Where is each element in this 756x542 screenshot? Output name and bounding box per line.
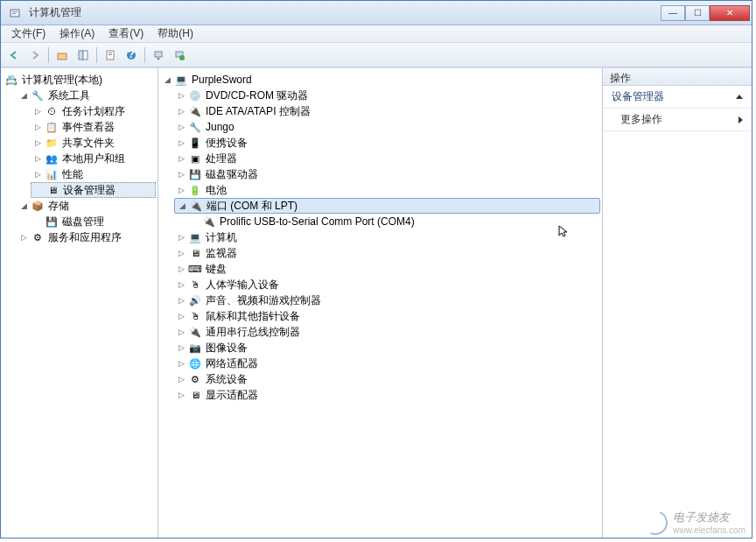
diskdrive-icon: 💾 xyxy=(188,167,202,181)
titlebar[interactable]: 计算机管理 — ☐ ✕ xyxy=(1,1,752,25)
expand-icon[interactable]: ▷ xyxy=(176,232,186,243)
scan-button[interactable] xyxy=(149,46,168,65)
console-tree[interactable]: 📇 计算机管理(本地) ◢ 🔧 系统工具 ▷ ⏲ 任务计划程序 ▷ xyxy=(1,68,158,538)
expand-icon[interactable]: ▷ xyxy=(176,295,186,306)
expand-icon[interactable]: ▷ xyxy=(176,169,186,179)
jungo-icon: 🔧 xyxy=(188,120,202,134)
device-root[interactable]: ◢ 💻 PurpleSword xyxy=(160,72,600,88)
show-hide-button[interactable] xyxy=(74,46,93,65)
tree-device-manager[interactable]: 🖥 设备管理器 xyxy=(31,182,156,198)
expand-icon[interactable]: ▷ xyxy=(32,122,43,132)
help-button[interactable]: ? xyxy=(122,46,141,65)
tree-root[interactable]: 📇 计算机管理(本地) xyxy=(3,72,156,88)
expand-icon[interactable]: ▷ xyxy=(176,374,186,384)
collapse-icon[interactable]: ◢ xyxy=(18,90,29,101)
forward-button[interactable] xyxy=(25,46,45,65)
expand-icon[interactable]: ▷ xyxy=(176,106,186,116)
svg-rect-2 xyxy=(12,13,16,14)
device-cpu[interactable]: ▷▣处理器 xyxy=(174,151,600,166)
svg-rect-7 xyxy=(108,53,112,53)
tree-system-tools[interactable]: ◢ 🔧 系统工具 xyxy=(17,88,156,103)
device-hid[interactable]: ▷🖱人体学输入设备 xyxy=(174,277,600,292)
expand-icon[interactable]: ▷ xyxy=(176,90,186,101)
expand-icon[interactable]: ▷ xyxy=(176,327,186,337)
device-network[interactable]: ▷🌐网络适配器 xyxy=(174,355,600,371)
device-ide[interactable]: ▷🔌IDE ATA/ATAPI 控制器 xyxy=(174,103,600,119)
properties-button[interactable] xyxy=(101,46,120,65)
menu-view[interactable]: 查看(V) xyxy=(102,25,150,43)
tree-storage[interactable]: ◢ 📦 存储 xyxy=(17,198,156,214)
svg-rect-8 xyxy=(108,54,112,55)
expand-icon[interactable]: ▷ xyxy=(32,169,43,179)
expand-icon[interactable]: ▷ xyxy=(176,311,186,321)
expand-icon[interactable]: ▷ xyxy=(176,358,186,369)
menu-file[interactable]: 文件(F) xyxy=(4,25,52,43)
computer-icon: 💻 xyxy=(174,73,188,87)
separator xyxy=(144,47,145,63)
device-display[interactable]: ▷🖥显示适配器 xyxy=(174,387,600,403)
cursor-icon xyxy=(557,224,571,238)
expand-icon[interactable]: ▷ xyxy=(32,106,43,116)
device-jungo[interactable]: ▷🔧Jungo xyxy=(174,119,600,135)
expand-icon[interactable]: ▷ xyxy=(176,122,186,132)
device-battery[interactable]: ▷🔋电池 xyxy=(174,182,600,198)
svg-rect-5 xyxy=(83,51,88,60)
tree-shared-folders[interactable]: ▷ 📁 共享文件夹 xyxy=(31,135,156,151)
tree-task-scheduler[interactable]: ▷ ⏲ 任务计划程序 xyxy=(31,103,156,119)
tools-icon: 🔧 xyxy=(31,88,45,102)
device-computers[interactable]: ▷💻计算机 xyxy=(174,229,600,245)
window-controls: — ☐ ✕ xyxy=(661,5,750,21)
tree-services[interactable]: ▷ ⚙ 服务和应用程序 xyxy=(17,229,156,245)
device-dvd[interactable]: ▷💿DVD/CD-ROM 驱动器 xyxy=(174,88,600,103)
device-system[interactable]: ▷⚙系统设备 xyxy=(174,371,600,387)
minimize-button[interactable]: — xyxy=(661,5,685,21)
services-icon: ⚙ xyxy=(31,230,45,244)
display-icon: 🖥 xyxy=(188,388,202,402)
event-icon: 📋 xyxy=(45,120,59,134)
refresh-button[interactable] xyxy=(170,46,189,65)
device-sound[interactable]: ▷🔊声音、视频和游戏控制器 xyxy=(174,292,600,308)
up-button[interactable] xyxy=(52,46,72,65)
close-button[interactable]: ✕ xyxy=(710,5,750,21)
device-mgr-icon: 🖥 xyxy=(46,183,60,197)
expand-icon[interactable]: ▷ xyxy=(176,342,186,353)
tree-event-viewer[interactable]: ▷ 📋 事件查看器 xyxy=(31,119,156,135)
device-keyboards[interactable]: ▷⌨键盘 xyxy=(174,261,600,277)
device-ports[interactable]: ◢🔌端口 (COM 和 LPT) xyxy=(174,198,600,214)
expand-icon[interactable]: ▷ xyxy=(176,279,186,290)
hid-icon: 🖱 xyxy=(188,278,202,292)
expand-icon[interactable]: ▷ xyxy=(32,137,43,148)
device-imaging[interactable]: ▷📷图像设备 xyxy=(174,340,600,355)
expand-icon[interactable]: ▷ xyxy=(176,264,186,274)
tree-local-users[interactable]: ▷ 👥 本地用户和组 xyxy=(31,151,156,166)
device-mouse[interactable]: ▷🖱鼠标和其他指针设备 xyxy=(174,308,600,324)
tree-performance[interactable]: ▷ 📊 性能 xyxy=(31,166,156,182)
tree-disk-mgmt[interactable]: 💾 磁盘管理 xyxy=(31,214,156,229)
actions-more[interactable]: 更多操作 xyxy=(603,109,752,131)
keyboard-icon: ⌨ xyxy=(188,262,202,276)
expand-icon[interactable]: ▷ xyxy=(176,248,186,258)
menu-help[interactable]: 帮助(H) xyxy=(150,25,200,43)
device-usb[interactable]: ▷🔌通用串行总线控制器 xyxy=(174,324,600,340)
collapse-icon[interactable]: ◢ xyxy=(162,74,172,85)
expand-icon[interactable]: ▷ xyxy=(176,185,186,195)
expand-icon[interactable]: ▷ xyxy=(176,390,186,400)
expand-icon[interactable]: ▷ xyxy=(176,153,186,164)
maximize-button[interactable]: ☐ xyxy=(685,5,710,21)
device-prolific[interactable]: 🔌Prolific USB-to-Serial Comm Port (COM4) xyxy=(188,214,600,229)
svg-point-13 xyxy=(179,55,185,60)
menu-action[interactable]: 操作(A) xyxy=(52,25,102,43)
usb-icon: 🔌 xyxy=(188,325,202,339)
actions-device-manager[interactable]: 设备管理器 xyxy=(603,86,752,109)
expand-icon[interactable]: ▷ xyxy=(18,232,29,243)
expand-icon[interactable]: ▷ xyxy=(32,153,43,164)
collapse-icon[interactable]: ◢ xyxy=(177,201,187,211)
device-monitors[interactable]: ▷🖥监视器 xyxy=(174,245,600,261)
collapse-icon[interactable]: ◢ xyxy=(18,201,29,211)
back-button[interactable] xyxy=(4,46,24,65)
device-tree[interactable]: ◢ 💻 PurpleSword ▷💿DVD/CD-ROM 驱动器 ▷🔌IDE A… xyxy=(158,68,603,538)
clock-icon: ⏲ xyxy=(45,104,59,118)
device-portable[interactable]: ▷📱便携设备 xyxy=(174,135,600,151)
expand-icon[interactable]: ▷ xyxy=(176,137,186,148)
device-diskdrives[interactable]: ▷💾磁盘驱动器 xyxy=(174,166,600,182)
